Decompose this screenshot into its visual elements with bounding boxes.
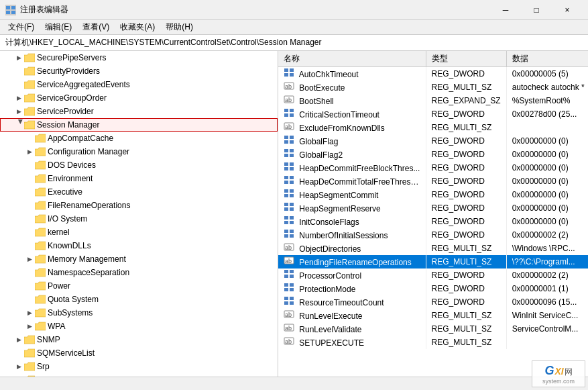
tree-item-quota[interactable]: ▶ Quota System [0, 293, 278, 306]
table-row[interactable]: InitConsoleFlags REG_DWORD 0x00000000 (0… [278, 215, 588, 228]
table-row[interactable]: ab RunLevelValidate REG_MULTI_SZ Service… [278, 322, 588, 336]
table-row[interactable]: CriticalSectionTimeout REG_DWORD 0x00278… [278, 107, 588, 121]
tree-item-securepipe[interactable]: ▶ SecurePipeServers [0, 51, 278, 64]
cell-name: ResourceTimeoutCount [278, 295, 426, 309]
tree-item-servicegrp[interactable]: ▶ ServiceGroupOrder [0, 91, 278, 105]
cell-type: REG_DWORD [426, 188, 506, 201]
svg-text:ab: ab [285, 258, 292, 264]
menu-file[interactable]: 文件(F) [3, 20, 40, 34]
reg-icon [284, 108, 294, 117]
label-knowndlls: KnownDLLs [48, 241, 91, 250]
tree-item-serviceagg[interactable]: ▶ ServiceAggregatedEvents [0, 78, 278, 91]
expander-wpa[interactable]: ▶ [24, 321, 35, 332]
cell-name: ab BootExecute [278, 81, 426, 94]
tree-item-sqmsvc[interactable]: ▶ SQMServiceList [0, 346, 278, 360]
tree-item-nsep[interactable]: ▶ NamespaceSeparation [0, 266, 278, 279]
watermark-exclaim: 网 [565, 367, 573, 378]
table-row[interactable]: HeapSegmentCommit REG_DWORD 0x00000000 (… [278, 188, 588, 201]
expander-subsys[interactable]: ▶ [24, 307, 35, 318]
table-row[interactable]: HeapDeCommitFreeBlockThres... REG_DWORD … [278, 161, 588, 175]
tree-item-appcompat[interactable]: ▶ AppCompatCache [0, 132, 278, 145]
tree-item-subsys[interactable]: ▶ SubSystems [0, 306, 278, 320]
tree-item-srp[interactable]: ▶ Srp [0, 360, 278, 373]
expander-servicegrp[interactable]: ▶ [13, 93, 24, 103]
tree-item-serviceprov[interactable]: ▶ ServiceProvider [0, 105, 278, 118]
close-button[interactable]: × [552, 0, 583, 20]
cell-type: REG_MULTI_SZ [426, 255, 506, 269]
label-dosdev: DOS Devices [48, 160, 96, 170]
tree-item-memmgmt[interactable]: ▶ Memory Management [0, 252, 278, 266]
tree-item-srpext[interactable]: ▶ SrpExtensionConfig [0, 373, 278, 377]
tree-item-power[interactable]: ▶ Power [0, 279, 278, 293]
watermark-g: G [544, 364, 554, 378]
tree-panel[interactable]: ▶ SecurePipeServers ▶ SecurityProviders … [0, 51, 278, 377]
table-row[interactable]: ab ObjectDirectories REG_MULTI_SZ \Windo… [278, 242, 588, 255]
folder-icon-iosystem [35, 214, 46, 224]
table-row[interactable]: GlobalFlag REG_DWORD 0x00000000 (0) [278, 134, 588, 148]
table-row[interactable]: ab BootShell REG_EXPAND_SZ %SystemRoot% [278, 94, 588, 107]
table-row[interactable]: HeapDeCommitTotalFreeThresh... REG_DWORD… [278, 175, 588, 188]
menu-favorites[interactable]: 收藏夹(A) [115, 20, 160, 34]
menu-help[interactable]: 帮助(H) [160, 20, 198, 34]
cell-name: CriticalSectionTimeout [278, 107, 426, 121]
expander-configmgr[interactable]: ▶ [24, 146, 35, 157]
expander-snmp[interactable]: ▶ [13, 334, 24, 345]
reg-icon: ab [284, 121, 294, 131]
table-row[interactable]: ProtectionMode REG_DWORD 0x00000001 (1) [278, 282, 588, 295]
tree-item-filerename[interactable]: ▶ FileRenameOperations [0, 199, 278, 212]
table-row[interactable]: AutoChkTimeout REG_DWORD 0x00000005 (5) [278, 67, 588, 81]
svg-rect-69 [284, 221, 288, 224]
table-row[interactable]: NumberOfInitialSessions REG_DWORD 0x0000… [278, 228, 588, 242]
table-row[interactable]: GlobalFlag2 REG_DWORD 0x00000000 (0) [278, 148, 588, 161]
tree-item-dosdev[interactable]: ▶ DOS Devices [0, 158, 278, 172]
tree-item-configmgr[interactable]: ▶ Configuration Manager [0, 145, 278, 158]
folder-icon-configmgr [35, 147, 46, 156]
tree-item-iosystem[interactable]: ▶ I/O System [0, 212, 278, 226]
svg-rect-50 [290, 154, 294, 157]
svg-marker-20 [35, 269, 46, 277]
tree-item-environ[interactable]: ▶ Environment [0, 172, 278, 185]
minimize-button[interactable]: ─ [490, 0, 521, 20]
expander-srp[interactable]: ▶ [13, 361, 24, 372]
expander-sessionmgr[interactable]: ▶ [13, 119, 24, 130]
folder-icon-executive [35, 187, 46, 197]
svg-rect-58 [290, 181, 294, 184]
maximize-button[interactable]: □ [521, 0, 552, 20]
cell-type: REG_MULTI_SZ [426, 336, 506, 349]
menu-edit[interactable]: 编辑(E) [40, 20, 77, 34]
table-row[interactable]: ab PendingFileRenameOperations REG_MULTI… [278, 255, 588, 269]
label-power: Power [48, 281, 70, 291]
tree-item-snmp[interactable]: ▶ SNMP [0, 333, 278, 346]
table-row[interactable]: ab SETUPEXECUTE REG_MULTI_SZ [278, 336, 588, 349]
table-row[interactable]: ab ExcludeFromKnownDlls REG_MULTI_SZ [278, 121, 588, 134]
tree-item-knowndlls[interactable]: ▶ KnownDLLs [0, 239, 278, 252]
menu-view[interactable]: 查看(V) [77, 20, 115, 34]
svg-rect-64 [290, 203, 294, 206]
cell-data: 0x00000000 (0) [506, 134, 588, 148]
folder-icon-memmgmt [35, 254, 46, 264]
svg-rect-71 [284, 230, 288, 233]
tree-item-secproviders[interactable]: ▶ SecurityProviders [0, 64, 278, 78]
svg-rect-53 [284, 167, 288, 170]
registry-scroll[interactable]: 名称 类型 数据 AutoChkTimeout REG_DWORD 0x0000… [278, 51, 588, 377]
expander-memmgmt[interactable]: ▶ [24, 254, 35, 264]
expander-serviceprov[interactable]: ▶ [13, 106, 24, 117]
table-row[interactable]: ab RunLevelExecute REG_MULTI_SZ WinInit … [278, 309, 588, 322]
table-row[interactable]: ab BootExecute REG_MULTI_SZ autocheck au… [278, 81, 588, 94]
table-row[interactable]: ProcessorControl REG_DWORD 0x00000002 (2… [278, 269, 588, 282]
status-bar [0, 377, 588, 390]
svg-marker-7 [24, 94, 35, 102]
tree-item-kernel[interactable]: ▶ kernel [0, 226, 278, 239]
svg-marker-26 [24, 349, 35, 357]
expander-securepipe[interactable]: ▶ [13, 52, 24, 63]
label-serviceprov: ServiceProvider [37, 107, 94, 116]
table-row[interactable]: ResourceTimeoutCount REG_DWORD 0x0000009… [278, 295, 588, 309]
tree-item-wpa[interactable]: ▶ WPA [0, 320, 278, 333]
window-controls[interactable]: ─ □ × [490, 0, 583, 20]
table-row[interactable]: HeapSegmentReserve REG_DWORD 0x00000000 … [278, 201, 588, 215]
reg-name: AutoChkTimeout [299, 70, 359, 79]
tree-item-executive[interactable]: ▶ Executive [0, 185, 278, 199]
tree-item-sessionmgr[interactable]: ▶ Session Manager [0, 118, 278, 132]
cell-data: 0x00000000 (0) [506, 215, 588, 228]
watermark-site: system.com [542, 378, 575, 385]
